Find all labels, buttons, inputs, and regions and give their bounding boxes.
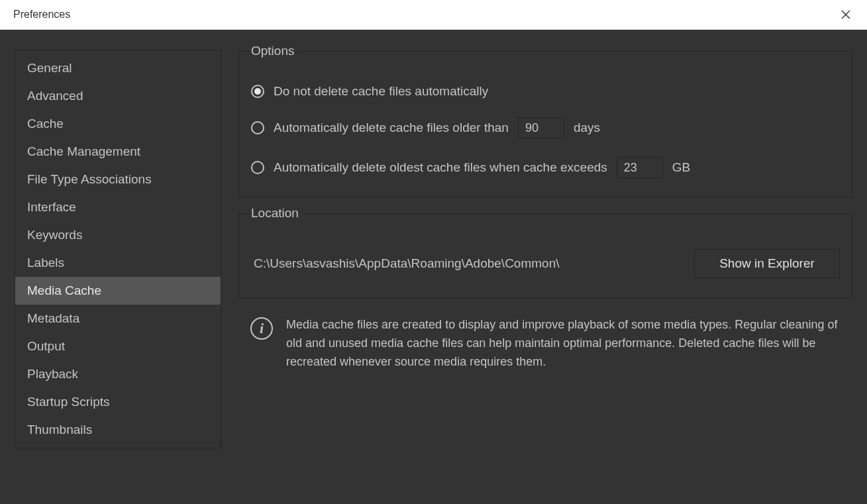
cache-path: C:\Users\asvashis\AppData\Roaming\Adobe\…	[254, 256, 559, 271]
close-icon	[841, 10, 850, 19]
options-group: Options Do not delete cache files automa…	[238, 51, 852, 197]
window-title: Preferences	[13, 9, 70, 21]
content-area: General Advanced Cache Cache Management …	[0, 30, 867, 504]
option-label: Automatically delete cache files older t…	[274, 121, 509, 135]
sidebar-item-interface[interactable]: Interface	[15, 193, 221, 221]
sidebar-item-general[interactable]: General	[15, 54, 221, 82]
option-label: Automatically delete oldest cache files …	[274, 160, 607, 175]
sidebar-item-output[interactable]: Output	[15, 332, 221, 360]
sidebar-item-keywords[interactable]: Keywords	[15, 221, 221, 249]
location-group: Location C:\Users\asvashis\AppData\Roami…	[238, 213, 852, 299]
sidebar-item-playback[interactable]: Playback	[15, 360, 221, 388]
option-label: Do not delete cache files automatically	[274, 84, 488, 99]
option-do-not-delete[interactable]: Do not delete cache files automatically	[251, 84, 840, 99]
location-legend: Location	[251, 206, 303, 221]
sidebar: General Advanced Cache Cache Management …	[15, 50, 221, 448]
close-button[interactable]	[835, 4, 856, 25]
options-legend: Options	[251, 44, 298, 58]
preferences-window: Preferences General Advanced Cache Cache…	[0, 0, 867, 504]
sidebar-item-cache-management[interactable]: Cache Management	[15, 138, 221, 166]
sidebar-item-file-type-associations[interactable]: File Type Associations	[15, 166, 221, 193]
radio-delete-older-than[interactable]	[251, 121, 264, 134]
info-text: Media cache files are created to display…	[286, 316, 846, 372]
show-in-explorer-button[interactable]: Show in Explorer	[694, 249, 840, 278]
radio-delete-when-exceeds[interactable]	[251, 161, 264, 174]
sidebar-item-advanced[interactable]: Advanced	[15, 82, 221, 110]
sidebar-item-cache[interactable]: Cache	[15, 110, 221, 138]
sidebar-item-startup-scripts[interactable]: Startup Scripts	[15, 388, 221, 416]
info-icon: i	[250, 317, 273, 340]
sidebar-item-media-cache[interactable]: Media Cache	[15, 277, 221, 305]
radio-do-not-delete[interactable]	[251, 85, 264, 98]
sidebar-item-metadata[interactable]: Metadata	[15, 305, 221, 332]
size-input[interactable]	[617, 157, 663, 178]
info-block: i Media cache files are created to displ…	[238, 315, 852, 372]
sidebar-item-labels[interactable]: Labels	[15, 249, 221, 277]
option-delete-older-than[interactable]: Automatically delete cache files older t…	[251, 117, 840, 138]
titlebar: Preferences	[0, 0, 867, 30]
option-suffix: days	[574, 121, 600, 135]
sidebar-item-thumbnails[interactable]: Thumbnails	[15, 416, 221, 444]
main-panel: Options Do not delete cache files automa…	[238, 50, 852, 489]
option-suffix: GB	[672, 160, 690, 175]
location-row: C:\Users\asvashis\AppData\Roaming\Adobe\…	[251, 246, 840, 282]
days-input[interactable]	[518, 117, 564, 138]
option-delete-when-exceeds[interactable]: Automatically delete oldest cache files …	[251, 157, 840, 178]
